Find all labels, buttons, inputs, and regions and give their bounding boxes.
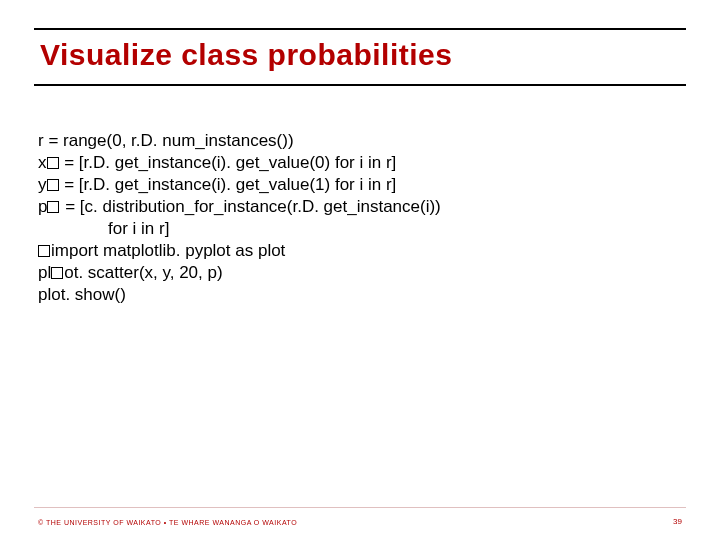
- code-line-4-rest: = [c. distribution_for_instance(r.D. get…: [60, 197, 440, 216]
- code-line-2-rest: = [r.D. get_instance(i). get_value(0) fo…: [60, 153, 397, 172]
- code-line-7-head: pl: [38, 263, 51, 282]
- footer-rule: [34, 507, 686, 508]
- code-line-8: plot. show(): [38, 285, 126, 304]
- slide: Visualize class probabilities r = range(…: [0, 0, 720, 540]
- code-block: r = range(0, r.D. num_instances()) x = […: [38, 108, 441, 306]
- code-line-1: r = range(0, r.D. num_instances()): [38, 131, 294, 150]
- page-number: 39: [673, 517, 682, 526]
- marker-icon: [47, 201, 59, 213]
- code-line-6-rest: port matplotlib. pyplot as plot: [69, 241, 285, 260]
- code-line-5: for i in r]: [108, 219, 169, 238]
- slide-title: Visualize class probabilities: [40, 38, 452, 72]
- footer-copyright: © THE UNIVERSITY OF WAIKATO • TE WHARE W…: [38, 519, 297, 526]
- code-line-6-head: im: [51, 241, 69, 260]
- marker-icon: [38, 245, 50, 257]
- marker-icon: [47, 179, 59, 191]
- code-line-3-var: y: [38, 175, 47, 194]
- code-line-3-rest: = [r.D. get_instance(i). get_value(1) fo…: [60, 175, 397, 194]
- code-line-4-var: p: [38, 197, 47, 216]
- top-rule: [34, 28, 686, 30]
- code-line-2-var: x: [38, 153, 47, 172]
- marker-icon: [51, 267, 63, 279]
- marker-icon: [47, 157, 59, 169]
- code-line-7-rest: ot. scatter(x, y, 20, p): [64, 263, 222, 282]
- mid-rule: [34, 84, 686, 86]
